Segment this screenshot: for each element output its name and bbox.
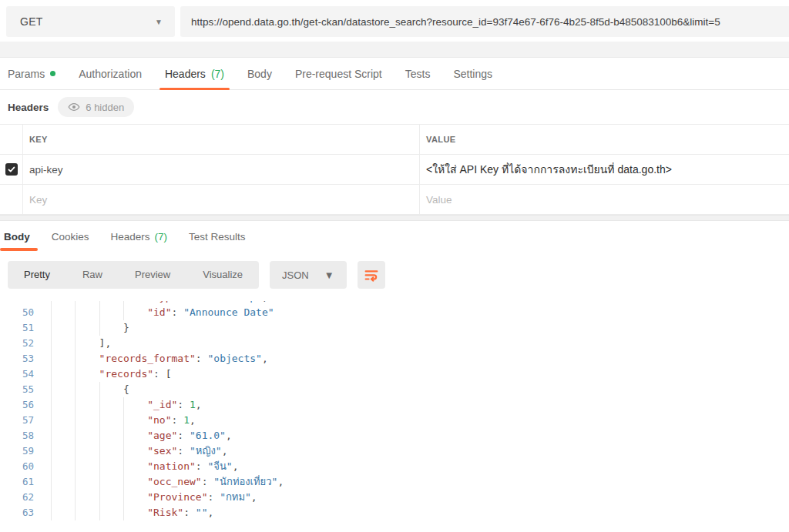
code-line: 55{	[0, 382, 789, 397]
view-preview-button[interactable]: Preview	[119, 261, 186, 289]
indent-guide	[51, 351, 75, 366]
request-url-row: GET ▼ https://opend.data.go.th/get-ckan/…	[0, 0, 789, 42]
tab-authorization[interactable]: Authorization	[67, 58, 153, 89]
key-cell[interactable]: api-key	[23, 155, 420, 184]
code-token: ""	[196, 505, 208, 520]
code-token: ,	[207, 505, 213, 520]
indent-guide	[75, 397, 99, 413]
key-input[interactable]: Key	[23, 185, 420, 214]
code-token: :	[196, 459, 208, 474]
indent-guide	[99, 490, 123, 505]
url-input[interactable]: https://opend.data.go.th/get-ckan/datast…	[180, 6, 789, 37]
line-number: 61	[0, 474, 34, 490]
code-token: "กทม"	[220, 490, 251, 505]
tab-body[interactable]: Body	[236, 58, 284, 89]
table-row: api-key <ให้ใส่ API Key ที่ได้จากการลงทะ…	[0, 155, 789, 185]
response-tab-body[interactable]: Body	[0, 222, 41, 251]
value-cell[interactable]: <ให้ใส่ API Key ที่ได้จากการลงทะเบียนที่…	[420, 155, 789, 184]
code-token: ,	[251, 490, 257, 505]
tab-params[interactable]: Params	[0, 58, 67, 89]
format-label: JSON	[282, 269, 309, 281]
response-tab-cookies[interactable]: Cookies	[41, 222, 100, 251]
indent-guide	[51, 366, 75, 382]
indent-guide	[75, 382, 99, 397]
method-select[interactable]: GET ▼	[6, 6, 175, 37]
tab-settings[interactable]: Settings	[442, 58, 504, 89]
code-token: "Province"	[147, 490, 207, 505]
indent-guide	[51, 428, 75, 443]
row-check-cell	[0, 155, 23, 184]
indent-guide	[99, 428, 123, 443]
url-text: https://opend.data.go.th/get-ckan/datast…	[191, 16, 720, 28]
header-enabled-checkbox[interactable]	[5, 163, 18, 176]
indent-guide	[75, 413, 99, 428]
indent-guide	[75, 305, 99, 320]
code-token: ,	[277, 474, 284, 490]
code-token: ,	[196, 397, 202, 413]
code-token: "occ_new"	[147, 474, 201, 490]
indent-guide	[123, 443, 147, 459]
headers-subheader: Headers 6 hidden	[0, 90, 789, 124]
line-number: 53	[0, 351, 34, 366]
indent-guide	[99, 474, 123, 490]
tab-headers-count: (7)	[211, 68, 224, 80]
hidden-headers-badge[interactable]: 6 hidden	[58, 97, 134, 117]
indent-guide	[123, 428, 147, 443]
code-line: 60"nation": "จีน",	[0, 459, 789, 474]
indent-guide	[51, 336, 75, 351]
response-tab-test-results[interactable]: Test Results	[178, 222, 257, 251]
tab-authorization-label: Authorization	[79, 68, 142, 80]
code-token: ,	[262, 351, 268, 366]
view-raw-button[interactable]: Raw	[66, 261, 119, 289]
tab-tests[interactable]: Tests	[394, 58, 442, 89]
indent-guide	[99, 397, 123, 413]
code-line: 63"Risk": "",	[0, 505, 789, 520]
tab-headers[interactable]: Headers (7)	[153, 58, 236, 89]
indent-guide	[123, 474, 147, 490]
value-input[interactable]: Value	[420, 185, 789, 214]
chevron-down-icon: ▼	[155, 18, 163, 26]
code-token: ,	[233, 459, 239, 474]
headers-table: KEY VALUE api-key <ให้ใส่ API Key ที่ได้…	[0, 124, 789, 215]
line-number: 57	[0, 413, 34, 428]
format-select[interactable]: JSON ▼	[270, 261, 347, 289]
response-tab-test-results-label: Test Results	[189, 231, 246, 243]
indent-guide	[51, 305, 75, 320]
code-line: 53"records_format": "objects",	[0, 351, 789, 366]
code-token: 1	[183, 413, 190, 428]
indent-guide	[51, 459, 75, 474]
tab-headers-label: Headers	[165, 68, 206, 80]
code-line: 57"no": 1,	[0, 413, 789, 428]
view-mode-group: Pretty Raw Preview Visualize	[8, 261, 259, 289]
indent-guide	[75, 320, 99, 336]
indent-guide	[75, 351, 99, 366]
view-pretty-button[interactable]: Pretty	[8, 261, 66, 289]
code-token: "_id"	[147, 397, 177, 413]
code-token: :	[172, 413, 184, 428]
indent-guide	[99, 505, 123, 520]
code-token: "records"	[99, 366, 153, 382]
eye-icon	[68, 101, 80, 113]
indent-guide	[51, 443, 75, 459]
line-number: 55	[0, 382, 34, 397]
response-tab-headers[interactable]: Headers (7)	[100, 222, 179, 251]
wrap-lines-button[interactable]	[358, 261, 385, 289]
line-number: 54	[0, 366, 34, 382]
code-token: :	[172, 305, 184, 320]
code-token: "sex"	[147, 443, 177, 459]
line-number: 51	[0, 320, 34, 336]
line-number: 52	[0, 336, 34, 351]
code-token: ,	[222, 443, 228, 459]
code-token: {	[123, 382, 129, 397]
view-visualize-button[interactable]: Visualize	[186, 261, 259, 289]
indent-guide	[75, 474, 99, 490]
tab-tests-label: Tests	[405, 68, 431, 80]
key-column-label: KEY	[29, 135, 48, 144]
indent-guide	[123, 490, 147, 505]
code-token: :	[196, 351, 208, 366]
response-body-viewer[interactable]: 49"type": "timestamp",50"id": "Announce …	[0, 301, 789, 532]
code-token: "id"	[147, 305, 171, 320]
tab-prerequest-script[interactable]: Pre-request Script	[284, 58, 394, 89]
value-column-label: VALUE	[426, 135, 455, 144]
indent-guide	[123, 305, 147, 320]
